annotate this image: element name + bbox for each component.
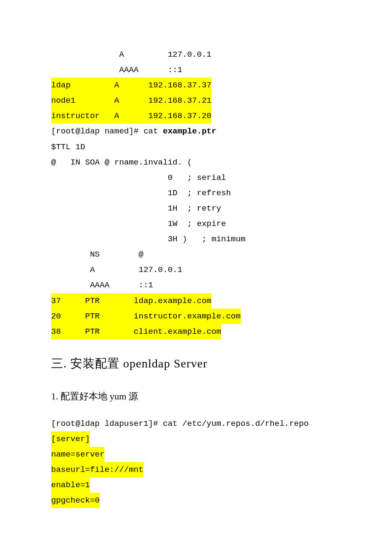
subsection-heading: 1. 配置好本地 yum 源 [51,387,341,405]
ptr-record: 20 PTR instructor.example.com [51,309,341,324]
highlighted-record: 20 PTR instructor.example.com [51,309,241,324]
repo-config-line: gpgcheck=0 [51,493,341,508]
highlighted-record: node1 A 192.168.37.21 [51,93,211,108]
highlighted-text: baseurl=file:///mnt [51,462,144,477]
repo-config-line: [server] [51,431,341,447]
highlighted-text: enable=1 [51,477,90,493]
repo-config-line: enable=1 [51,477,341,493]
soa-line: @ IN SOA @ rname.invalid. ( [51,155,341,170]
filename: example.ptr [163,127,216,136]
shell-prompt: [root@ldap named]# cat [51,127,163,136]
dns-record: ldap A 192.168.37.37 [51,78,341,93]
soa-param: 3H ) ; minimum [51,231,341,247]
highlighted-text: name=server [51,447,104,462]
soa-param: 1H ; retry [51,201,341,216]
section-heading: 三. 安装配置 openldap Server [51,352,341,375]
ttl-line: $TTL 1D [51,139,341,155]
highlighted-text: gpgcheck=0 [51,493,100,508]
highlighted-record: 37 PTR ldap.example.com [51,293,211,309]
soa-param: 0 ; serial [51,170,341,185]
dns-record: node1 A 192.168.37.21 [51,93,341,108]
highlighted-record: instructor A 192.168.37.20 [51,108,211,124]
soa-param: 1D ; refresh [51,185,341,201]
highlighted-text: [server] [51,431,90,447]
repo-config-line: baseurl=file:///mnt [51,462,341,477]
dns-record: A 127.0.0.1 [51,47,341,62]
highlighted-record: ldap A 192.168.37.37 [51,78,211,93]
repo-config-line: name=server [51,447,341,462]
dns-record: instructor A 192.168.37.20 [51,108,341,124]
a-record: A 127.0.0.1 [51,262,341,278]
shell-command: [root@ldap ldapuser1]# cat /etc/yum.repo… [51,416,341,431]
highlighted-record: 38 PTR client.example.com [51,324,221,339]
shell-command: [root@ldap named]# cat example.ptr [51,124,341,139]
aaaa-record: AAAA ::1 [51,278,341,293]
soa-param: 1W ; expire [51,216,341,231]
ns-record: NS @ [51,247,341,262]
ptr-record: 38 PTR client.example.com [51,324,341,339]
ptr-record: 37 PTR ldap.example.com [51,293,341,309]
dns-record: AAAA ::1 [51,62,341,78]
